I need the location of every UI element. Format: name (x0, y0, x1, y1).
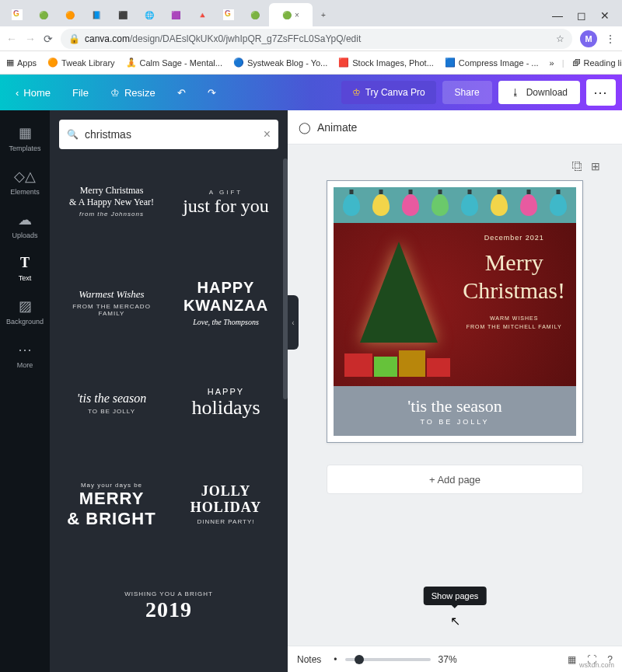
jolly-text[interactable]: TO BE JOLLY (420, 418, 489, 426)
address-bar: ← → ⟳ 🔒 canva.com/design/DAEslQkUKx0/jwh… (0, 26, 622, 51)
text-panel: 🔍 × Merry Christmas& A Happy New Year!fr… (50, 110, 288, 672)
tab-6[interactable]: 🌐 (137, 3, 162, 26)
redo-button[interactable]: ↷ (198, 82, 225, 103)
nav-more[interactable]: ⋯More (0, 333, 50, 377)
tab-7[interactable]: 🟪 (163, 3, 188, 26)
tab-5[interactable]: ⬛ (110, 3, 135, 26)
window-close-icon[interactable]: ✕ (600, 9, 610, 22)
new-tab-button[interactable]: + (314, 3, 333, 26)
canva-header: ‹Home File ♔Resize ↶ ↷ ♔Try Canva Pro Sh… (0, 75, 622, 110)
bookmark-item[interactable]: 🟥 Stock Images, Phot... (338, 57, 434, 68)
text-template[interactable]: JOLLYHOLIDAYDINNER PARTY! (173, 461, 278, 547)
apps-shortcut[interactable]: ▦ Apps (6, 57, 37, 68)
nav-text[interactable]: TText (0, 247, 50, 290)
favicon-icon (223, 9, 234, 20)
clear-search-icon[interactable]: × (264, 127, 271, 141)
browser-tab-strip: 🟢 🟠 📘 ⬛ 🌐 🟪 🔺 🟢 🟢 × + — ◻ ✕ (0, 0, 622, 26)
bulb-icon (520, 194, 537, 216)
add-page-icon[interactable]: ⊞ (591, 160, 600, 172)
text-template[interactable]: Warmest WishesFROM THE MERCADO FAMILY (59, 259, 164, 345)
grid-view-icon[interactable]: ▦ (568, 654, 576, 665)
try-pro-button[interactable]: ♔Try Canva Pro (341, 81, 436, 104)
text-template[interactable]: WISHING YOU A BRIGHT2019 (59, 562, 278, 648)
download-button[interactable]: ⭳Download (498, 81, 580, 104)
tab-close-icon[interactable]: × (295, 11, 299, 19)
text-template[interactable]: A GIFTjust for you (173, 158, 278, 244)
tab-10[interactable]: 🟢 (243, 3, 267, 26)
text-template[interactable]: May your days beMERRY& BRIGHT (59, 461, 164, 547)
notes-button[interactable]: Notes (297, 654, 321, 665)
tab-9[interactable] (216, 3, 241, 26)
text-template[interactable]: 'tis the seasonTO BE JOLLY (59, 360, 164, 446)
merry-text[interactable]: Merry (463, 251, 565, 274)
animate-button[interactable]: Animate (317, 121, 357, 134)
star-icon[interactable]: ☆ (556, 33, 564, 44)
zoom-thumb[interactable] (355, 655, 364, 664)
bookmark-item[interactable]: 🔵 Systweak Blog - Yo... (233, 57, 327, 68)
search-box: 🔍 × (59, 120, 278, 149)
lights-element[interactable] (334, 187, 576, 223)
tab-8[interactable]: 🔺 (190, 3, 215, 26)
template-results: Merry Christmas& A Happy New Year!from t… (50, 158, 288, 672)
side-nav: ▦Templates ◇△Elements ☁Uploads TText ▨Ba… (0, 110, 50, 672)
card-footer[interactable]: 'tis the season TO BE JOLLY (334, 386, 576, 436)
tab-4[interactable]: 📘 (84, 3, 109, 26)
design-page[interactable]: December 2021 Merry Christmas! WARM WISH… (327, 180, 583, 443)
background-icon: ▨ (19, 298, 32, 315)
browser-menu-icon[interactable]: ⋮ (605, 33, 616, 45)
duplicate-page-icon[interactable]: ⿻ (572, 160, 583, 172)
reading-list-button[interactable]: 🗊 Reading list (572, 58, 622, 68)
card-main[interactable]: December 2021 Merry Christmas! WARM WISH… (334, 223, 576, 386)
more-icon: ⋯ (18, 341, 32, 358)
lock-icon: 🔒 (68, 33, 80, 44)
url-input[interactable]: 🔒 canva.com/design/DAEslQkUKx0/jwhIpQR_g… (61, 29, 572, 49)
nav-reload-icon[interactable]: ⟳ (44, 33, 53, 45)
nav-uploads[interactable]: ☁Uploads (0, 204, 50, 247)
zoom-slider[interactable] (345, 658, 431, 661)
nav-elements[interactable]: ◇△Elements (0, 160, 50, 204)
nav-forward-icon[interactable]: → (25, 33, 36, 45)
bulb-icon (402, 194, 419, 216)
bulb-icon (372, 194, 390, 216)
download-icon: ⭳ (511, 87, 520, 98)
season-text[interactable]: 'tis the season (407, 396, 501, 416)
nav-back-icon[interactable]: ← (6, 33, 17, 45)
uploads-icon: ☁ (18, 211, 32, 228)
christmas-text[interactable]: Christmas! (463, 277, 565, 304)
undo-button[interactable]: ↶ (168, 82, 195, 103)
favicon-icon (12, 9, 23, 20)
zoom-value[interactable]: 37% (439, 654, 457, 665)
bookmarks-overflow-icon[interactable]: » (550, 58, 554, 68)
bookmark-item[interactable]: 🟦 Compress Image - ... (445, 57, 539, 68)
home-button[interactable]: ‹Home (6, 82, 60, 103)
tab-2[interactable]: 🟢 (31, 3, 56, 26)
more-button[interactable]: ⋯ (586, 79, 616, 106)
date-text[interactable]: December 2021 (463, 234, 565, 242)
search-icon: 🔍 (67, 129, 79, 140)
bulb-icon (432, 194, 449, 216)
text-template[interactable]: HAPPYholidays (173, 360, 278, 446)
crown-icon: ♔ (110, 87, 120, 99)
tree-image[interactable] (352, 242, 446, 374)
file-menu[interactable]: File (63, 82, 98, 103)
window-maximize-icon[interactable]: ◻ (577, 9, 586, 22)
context-toolbar: ◯ Animate (288, 110, 622, 144)
tab-1[interactable] (5, 3, 30, 26)
add-page-button[interactable]: + Add page (327, 465, 583, 494)
canvas-area: ◯ Animate ⿻ ⊞ December 2021 (288, 110, 622, 672)
bookmark-item[interactable]: 🟠 Tweak Library (47, 57, 114, 68)
wishes-text[interactable]: WARM WISHESFROM THE MITCHELL FAMILY (463, 315, 565, 331)
nav-background[interactable]: ▨Background (0, 290, 50, 333)
share-button[interactable]: Share (442, 81, 492, 104)
text-template[interactable]: HAPPYKWANZAALove, the Thompsons (173, 259, 278, 345)
window-minimize-icon[interactable]: — (552, 9, 563, 22)
tab-active[interactable]: 🟢 × (269, 3, 313, 26)
resize-button[interactable]: ♔Resize (101, 82, 165, 103)
tab-3[interactable]: 🟠 (58, 3, 82, 26)
show-pages-tooltip: Show pages (424, 587, 487, 605)
nav-templates[interactable]: ▦Templates (0, 117, 50, 160)
bookmark-item[interactable]: 🧘 Calm Sage - Mental... (126, 57, 222, 68)
text-template[interactable]: Merry Christmas& A Happy New Year!from t… (59, 158, 164, 244)
profile-avatar[interactable]: M (580, 30, 597, 47)
search-input[interactable] (85, 128, 257, 141)
